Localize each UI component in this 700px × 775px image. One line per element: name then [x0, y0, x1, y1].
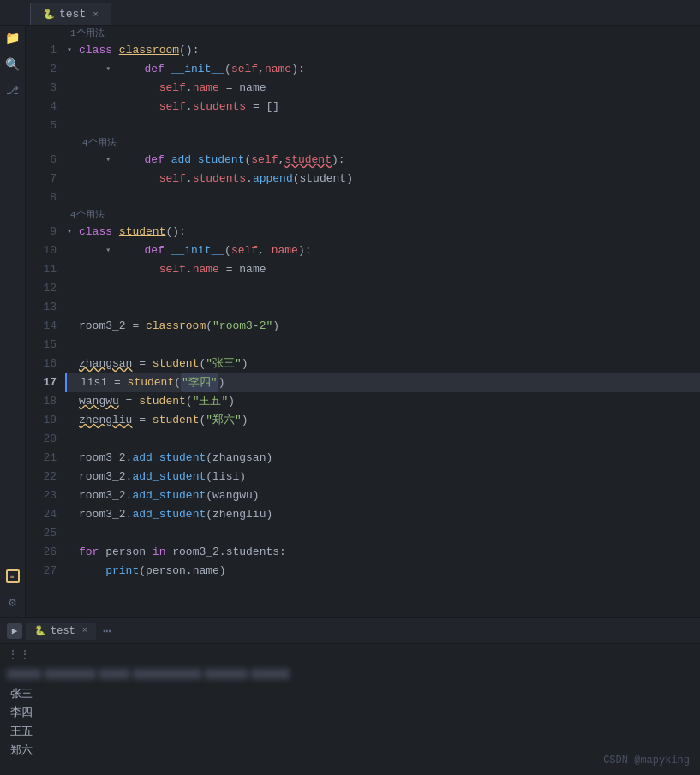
code-line-20[interactable]	[67, 430, 700, 449]
line-num-4: 4	[26, 98, 57, 116]
terminal-output-line-4: 郑六	[10, 742, 690, 760]
code-line-2[interactable]: ▾ def __init__(self,name):	[67, 60, 700, 79]
code-line-23[interactable]: room3_2.add_student(wangwu)	[67, 486, 700, 505]
code-line-12[interactable]	[67, 279, 700, 298]
line-num-10: 10	[26, 241, 57, 260]
ref-hint-line1: 1个用法	[67, 26, 700, 41]
code-line-4[interactable]: self.students = []	[67, 98, 700, 116]
terminal-output-line-3: 王五	[10, 723, 690, 742]
python-tab-icon: 🐍	[43, 9, 55, 20]
line-numbers: 1 2 3 4 5 6 7 8 9	[26, 26, 63, 617]
toolbar-dots-icon[interactable]: ⋮⋮	[7, 647, 31, 662]
fold-arrow-2[interactable]: ▾	[105, 60, 117, 79]
editor-body: 📁 🔍 ⎇ ≡ ⚙ 1 2 3 4	[0, 26, 700, 617]
code-line-22[interactable]: room3_2.add_student(lisi)	[67, 468, 700, 486]
code-line-5[interactable]	[67, 116, 700, 135]
tab-label: test	[59, 8, 86, 21]
code-line-25[interactable]	[67, 524, 700, 543]
editor-container: 🐍 test × 📁 🔍 ⎇ ≡ ⚙ 1 2	[0, 0, 700, 775]
line-num-7: 7	[26, 170, 57, 188]
terminal-output: 张三 李四 王五 郑六 CSDN @mapyking	[0, 683, 700, 775]
terminal-tab[interactable]: 🐍 test ×	[26, 623, 96, 640]
terminal-blurred-row	[0, 665, 700, 683]
code-line-14[interactable]: room3_2 = classroom("room3-2")	[67, 317, 700, 336]
line-num-5: 5	[26, 116, 57, 135]
line-num-8: 8	[26, 188, 57, 207]
ref-hint-line6: 4个用法	[67, 135, 700, 151]
line-num-15: 15	[26, 336, 57, 355]
line-num-13: 13	[26, 298, 57, 317]
explorer-icon[interactable]: 📁	[5, 31, 20, 45]
ref-hint-line9: 4个用法	[67, 207, 700, 223]
settings-icon[interactable]: ⚙	[9, 595, 15, 610]
run-button[interactable]: ▶	[7, 623, 22, 639]
terminal-output-line-2: 李四	[10, 704, 690, 723]
tab-bar: 🐍 test ×	[0, 0, 700, 26]
code-line-24[interactable]: room3_2.add_student(zhengliu)	[67, 505, 700, 524]
line-num-24: 24	[26, 505, 57, 524]
fold-arrow-1[interactable]: ▾	[67, 41, 79, 60]
terminal-more-button[interactable]: ⋯	[103, 623, 111, 640]
code-line-18[interactable]: wangwu = student("王五")	[67, 392, 700, 411]
line-num-23: 23	[26, 486, 57, 505]
code-line-6[interactable]: ▾ def add_student(self,student):	[67, 151, 700, 170]
code-line-15[interactable]	[67, 336, 700, 355]
code-line-8[interactable]	[67, 188, 700, 207]
line-num-19: 19	[26, 411, 57, 430]
line-num-20: 20	[26, 430, 57, 449]
tab-close-button[interactable]: ×	[93, 9, 99, 20]
code-line-19[interactable]: zhengliu = student("郑六")	[67, 411, 700, 430]
line-num-14: 14	[26, 317, 57, 336]
code-line-13[interactable]	[67, 298, 700, 317]
fold-arrow-10[interactable]: ▾	[105, 241, 117, 260]
line-num-22: 22	[26, 468, 57, 486]
terminal-area: ▶ 🐍 test × ⋯ ⋮⋮ 张三 李四 王五 郑六	[0, 617, 700, 775]
line-num-18: 18	[26, 392, 57, 411]
terminal-tabs-bar: ▶ 🐍 test × ⋯	[0, 618, 700, 644]
line-num-12: 12	[26, 279, 57, 298]
line-num-3: 3	[26, 79, 57, 98]
git-icon[interactable]: ⎇	[6, 84, 19, 98]
terminal-toolbar: ⋮⋮	[0, 644, 700, 665]
line-num-25: 25	[26, 524, 57, 543]
fold-arrow-6[interactable]: ▾	[105, 151, 117, 170]
editor-tab[interactable]: 🐍 test ×	[30, 3, 111, 25]
code-line-7[interactable]: self.students.append(student)	[67, 170, 700, 188]
code-line-26[interactable]: for person in room3_2.students:	[67, 543, 700, 562]
terminal-tab-name: test	[51, 625, 75, 637]
code-line-3[interactable]: self.name = name	[67, 79, 700, 98]
code-text-area[interactable]: 1个用法 ▾ class classroom(): ▾ def __init__…	[63, 26, 700, 617]
search-icon[interactable]: 🔍	[5, 57, 20, 72]
activity-bar: 📁 🔍 ⎇ ≡ ⚙	[0, 26, 26, 617]
code-line-17[interactable]: lisi = student("李四")	[65, 373, 700, 392]
line-num-26: 26	[26, 543, 57, 562]
code-line-27[interactable]: print(person.name)	[67, 562, 700, 581]
line-num-16: 16	[26, 355, 57, 373]
line-num-1: 1	[26, 41, 57, 60]
code-line-10[interactable]: ▾ def __init__(self, name):	[67, 241, 700, 260]
code-area: 1 2 3 4 5 6 7 8 9	[26, 26, 700, 617]
code-line-11[interactable]: self.name = name	[67, 260, 700, 279]
code-line-9[interactable]: ▾ class student():	[67, 223, 700, 241]
watermark: CSDN @mapyking	[603, 751, 690, 770]
line-num-11: 11	[26, 260, 57, 279]
fold-arrow-9[interactable]: ▾	[67, 223, 79, 241]
terminal-close-icon[interactable]: ×	[82, 626, 87, 635]
code-line-1[interactable]: ▾ class classroom():	[67, 41, 700, 60]
terminal-output-line-1: 张三	[10, 685, 690, 704]
terminal-python-icon: 🐍	[34, 625, 46, 636]
line-num-21: 21	[26, 449, 57, 468]
line-num-2: 2	[26, 60, 57, 79]
line-num-9: 9	[26, 223, 57, 241]
line-num-17: 17	[26, 373, 57, 392]
line-num-6: 6	[26, 151, 57, 170]
outline-icon[interactable]: ≡	[6, 569, 20, 583]
code-line-21[interactable]: room3_2.add_student(zhangsan)	[67, 449, 700, 468]
line-num-27: 27	[26, 562, 57, 581]
code-line-16[interactable]: zhangsan = student("张三")	[67, 355, 700, 373]
